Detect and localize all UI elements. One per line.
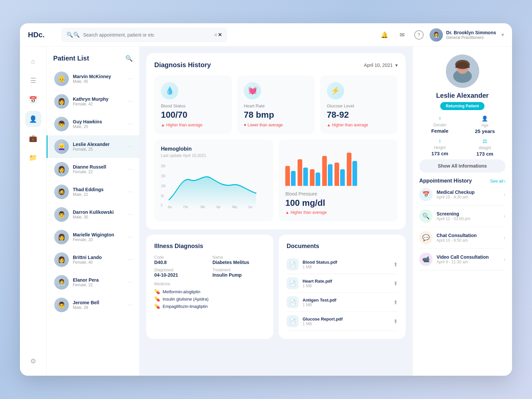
pill-icon: 💊 [154,304,160,309]
doc-name: Heart Rate.pdf [303,279,332,284]
bell-icon[interactable]: 🔔 [378,29,390,41]
user-profile[interactable]: 👩‍⚕️ Dr. Brooklyn Simmons General Practi… [430,28,504,42]
patient-item[interactable]: 👩 Dianne Russell Female, 22 ··· [47,158,139,181]
bottom-row: Illness Diagnosis Code D40.8 Name Diabet… [146,235,406,339]
document-item[interactable]: 📄 Heart Rate.pdf 1 MB ⬆ [287,274,398,293]
appointment-item[interactable]: 💬 Chat Consultation April 10 - 8:50 am › [419,227,505,249]
returning-patient-badge: Returning Patient [440,102,484,110]
bar-group [298,159,308,186]
appointment-item[interactable]: 📹 Video Call Consultation April 9 - 11:3… [419,249,505,270]
user-role: General Practitioners [446,35,496,40]
patient-meta: Male, 25 [73,124,124,129]
more-options-icon[interactable]: ··· [128,166,133,172]
patient-item[interactable]: 👩 Marielle Wigington Female, 20 ··· [47,226,139,248]
document-item[interactable]: 📄 Antigen Test.pdf 1 MB ⬆ [287,293,398,312]
bar-group [322,156,332,186]
chart-row: Hemoglobin Last update April 10,2021 [154,139,398,221]
sidebar-item-folder[interactable]: 📁 [25,150,41,166]
download-icon[interactable]: ⬆ [393,318,398,325]
age-label: Age [465,123,506,128]
see-all-button[interactable]: See all › [490,179,505,184]
download-icon[interactable]: ⬆ [393,280,398,287]
more-options-icon[interactable]: ··· [128,234,133,240]
patient-item[interactable]: 🧑‍⚕️ Elanor Pera Female, 22 ··· [47,271,139,294]
date-selector[interactable]: April 10, 2021 ▾ [364,63,398,68]
appointment-arrow-icon: › [504,235,505,241]
search-input[interactable] [83,32,210,38]
download-icon[interactable]: ⬆ [393,261,398,268]
appointment-item[interactable]: 🔍 Screening April 12 - 03:00 pm › [419,205,505,227]
chevron-down-icon: ▾ [501,32,504,38]
patient-info: Kathryn Murphy Female, 42 [73,96,124,106]
sidebar-item-calendar[interactable]: 📅 [25,92,41,108]
help-icon[interactable]: ? [414,30,424,40]
more-options-icon[interactable]: ··· [128,76,133,82]
appointment-item[interactable]: 📅 Medical Checkup April 15 - 9:30 am › [419,184,505,205]
patient-list-title: Patient List [53,55,89,62]
glucose-value: 78-92 [327,110,391,120]
patient-info: Brittni Lando Female, 40 [73,255,124,265]
patient-meta: Female, 22 [73,170,124,174]
more-options-icon[interactable]: ··· [128,279,133,285]
medicine-item: 💊Insulin glulisine (Apidra) [154,296,265,302]
weight-icon: ⚖ [465,138,506,144]
patient-item[interactable]: 👱‍♀️ Leslie Alexander Female, 25 ··· [47,135,139,158]
illness-card: Illness Diagnosis Code D40.8 Name Diabet… [146,235,273,339]
svg-text:200: 200 [161,164,165,168]
bar-orange [298,159,302,186]
sidebar-item-bag[interactable]: 💼 [25,130,41,146]
document-item[interactable]: 📄 Glucose Report.pdf 1 MB ⬆ [287,312,398,331]
more-options-icon[interactable]: ··· [128,211,133,217]
more-options-icon[interactable]: ··· [128,257,133,263]
bar-orange [347,153,351,186]
patient-item[interactable]: 👩 Kathryn Murphy Female, 42 ··· [47,90,139,113]
more-options-icon[interactable]: ··· [128,302,133,308]
doc-name: Glucose Report.pdf [303,317,343,322]
patient-avatar: 👩 [54,252,69,267]
appointment-list: 📅 Medical Checkup April 15 - 9:30 am › 🔍… [419,184,505,270]
patient-name: Kathryn Murphy [73,96,124,102]
search-clear-icon[interactable]: ✕ [214,32,222,38]
patient-info: Jerome Bell Male, 28 [73,300,124,310]
more-options-icon[interactable]: ··· [128,121,133,127]
patient-item[interactable]: 🧔 Thad Eddings Male, 22 ··· [47,181,139,203]
bar-blue [340,169,345,186]
patient-item[interactable]: 👨 Jerome Bell Male, 28 ··· [47,294,139,316]
bar-blue [303,168,308,186]
bar-group [285,166,296,186]
medicine-item: 💊Empagliflozin-linagliptin [154,304,265,309]
svg-text:May: May [232,205,237,209]
diagnosis-header: Diagnosis History April 10, 2021 ▾ [154,61,398,69]
sidebar-item-patients[interactable]: 👤 [25,111,41,127]
date-text: April 10, 2021 [364,63,393,68]
svg-text:Jun: Jun [248,205,252,209]
sidebar-item-home[interactable]: ⌂ [25,53,41,69]
appointment-arrow-icon: › [504,192,505,198]
appointment-icon: 📹 [419,253,433,266]
more-options-icon[interactable]: ··· [128,144,133,150]
sidebar-item-settings[interactable]: ⚙ [25,353,41,369]
more-options-icon[interactable]: ··· [128,189,133,195]
patient-item[interactable]: 👦 Guy Hawkins Male, 25 ··· [47,113,139,135]
download-icon[interactable]: ⬆ [393,299,398,306]
more-options-icon[interactable]: ··· [128,98,133,104]
patient-search-icon[interactable]: 🔍 [125,55,133,62]
patient-item[interactable]: 👴 Marvin McKinney Male, 45 ··· [47,67,139,90]
gender-icon: ♀ [419,115,461,121]
svg-text:Jan: Jan [168,205,172,209]
appointment-date: April 15 - 9:30 am [437,195,500,200]
patient-item[interactable]: 👩 Brittni Lando Female, 40 ··· [47,248,139,271]
sidebar-item-list[interactable]: ☰ [25,72,41,88]
document-item[interactable]: 📄 Blood Status.pdf 1 MB ⬆ [287,255,398,274]
appointment-date: April 9 - 11:30 am [437,260,500,264]
mail-icon[interactable]: ✉ [396,29,408,41]
appointment-header: Appointment History See all › [419,178,505,184]
pill-icon: 💊 [154,289,160,294]
show-all-info-button[interactable]: Show All Informations [419,159,505,173]
patient-name: Thad Eddings [73,187,124,192]
diagnosed-block: Diagnosed 04-10-2021 [154,268,207,278]
patient-meta: Male, 30 [73,215,124,219]
patient-info: Marielle Wigington Female, 20 [73,232,124,242]
search-bar[interactable]: 🔍 ✕ [61,28,227,42]
patient-item[interactable]: 👨 Darron Kulikowski Male, 30 ··· [47,203,139,226]
